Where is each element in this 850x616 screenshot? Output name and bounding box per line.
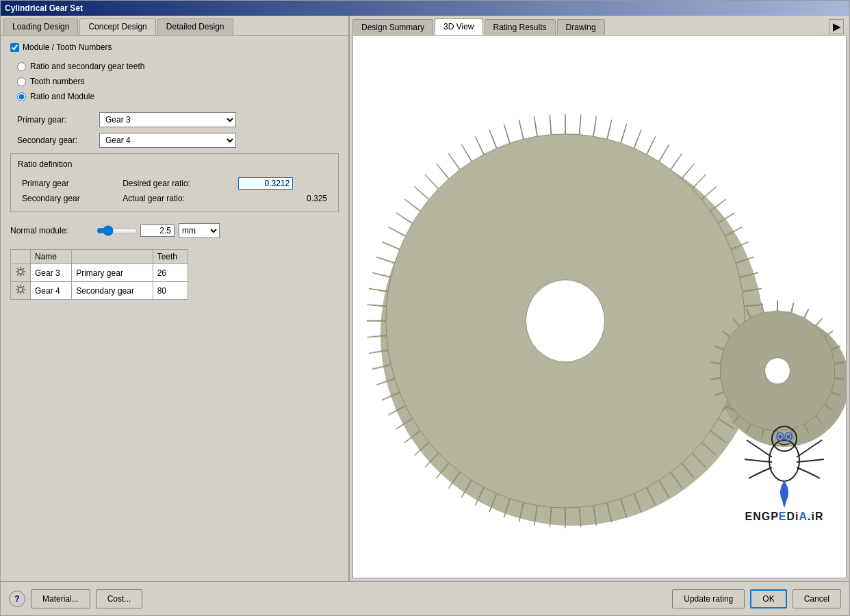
gear-canvas [353, 36, 846, 578]
gear-icon-2 [15, 284, 26, 295]
actual-ratio-label: Actual gear ratio: [120, 192, 234, 205]
actual-ratio-value: 0.325 [235, 192, 330, 205]
slider-container [96, 224, 175, 237]
left-panel: Loading Design Concept Design Detailed D… [1, 16, 350, 581]
main-area: Loading Design Concept Design Detailed D… [1, 16, 849, 581]
radio-ratio-secondary-label: Ratio and secondary gear teeth [30, 62, 144, 71]
left-tabs-bar: Loading Design Concept Design Detailed D… [1, 16, 348, 35]
secondary-gear-label: Secondary gear: [17, 136, 99, 145]
svg-line-17 [17, 292, 18, 293]
tab-design-summary[interactable]: Design Summary [352, 19, 433, 35]
tab-loading-design[interactable]: Loading Design [3, 18, 78, 35]
unit-select[interactable]: mm in [179, 223, 220, 238]
normal-module-label: Normal module: [10, 226, 92, 235]
radio-ratio-secondary-input[interactable] [17, 62, 26, 71]
ratio-col1-secondary: Secondary gear [19, 192, 118, 205]
ratio-definition-section: Ratio definition Primary gear Desired ge… [10, 153, 339, 212]
radio-ratio-module: Ratio and Module [17, 92, 339, 101]
radio-ratio-secondary: Ratio and secondary gear teeth [17, 62, 339, 71]
gear-table-header-name: Name [31, 250, 72, 264]
right-panel: Design Summary 3D View Rating Results Dr… [350, 16, 849, 581]
gear-icon-cell-2 [11, 282, 31, 300]
gear-table-header-teeth: Teeth [153, 250, 188, 264]
tab-3d-view[interactable]: 3D View [435, 18, 482, 35]
svg-line-6 [23, 274, 24, 275]
main-window: Cylindrical Gear Set Loading Design Conc… [0, 0, 850, 616]
bottom-bar: ? Material... Cost... Update rating OK C… [1, 581, 849, 615]
right-tabs-bar: Design Summary 3D View Rating Results Dr… [350, 16, 849, 35]
radio-group: Ratio and secondary gear teeth Tooth num… [17, 62, 339, 101]
radio-tooth-numbers-label: Tooth numbers [30, 77, 84, 86]
gear-icon-cell-1 [11, 264, 31, 282]
tab-concept-design[interactable]: Concept Design [79, 18, 155, 35]
gear-table-header-icon [11, 250, 31, 264]
module-tooth-checkbox[interactable] [10, 43, 19, 52]
svg-line-5 [17, 268, 18, 270]
expand-icon: ▶ [833, 21, 840, 32]
ratio-table: Primary gear Desired gear ratio: Seconda… [18, 175, 331, 206]
gear-table-name-2: Gear 4 [31, 282, 72, 300]
ratio-section-title: Ratio definition [18, 159, 331, 169]
gear-table-teeth-1: 26 [153, 264, 188, 282]
table-row: Gear 4 Secondary gear 80 [11, 282, 188, 300]
primary-gear-select[interactable]: Gear 1 Gear 2 Gear 3 Gear 4 [99, 112, 236, 127]
radio-ratio-module-label: Ratio and Module [30, 92, 94, 101]
radio-tooth-numbers-input[interactable] [17, 77, 26, 86]
tab-drawing[interactable]: Drawing [557, 19, 605, 35]
cost-button[interactable]: Cost... [96, 589, 143, 608]
module-value-input[interactable] [140, 224, 175, 237]
svg-line-8 [17, 274, 18, 275]
desired-ratio-label: Desired gear ratio: [120, 176, 234, 191]
svg-line-16 [23, 286, 24, 287]
normal-module-row: Normal module: mm in [10, 223, 339, 238]
radio-tooth-numbers: Tooth numbers [17, 77, 339, 86]
table-row: Gear 3 Primary gear 26 [11, 264, 188, 282]
desired-ratio-input[interactable] [238, 177, 293, 190]
module-tooth-label: Module / Tooth Numbers [23, 42, 112, 52]
gear-table-role-2: Secondary gear [72, 282, 153, 300]
update-rating-button[interactable]: Update rating [672, 589, 745, 608]
tab-detailed-design[interactable]: Detailed Design [157, 18, 233, 35]
expand-button[interactable]: ▶ [829, 19, 844, 34]
svg-line-14 [17, 286, 18, 287]
ratio-col1-primary: Primary gear [19, 176, 118, 191]
concept-design-panel: Module / Tooth Numbers Ratio and seconda… [1, 35, 348, 581]
radio-ratio-module-input[interactable] [17, 92, 26, 101]
module-tooth-checkbox-row: Module / Tooth Numbers [10, 42, 339, 52]
material-button[interactable]: Material... [31, 589, 90, 608]
gear-table-name-1: Gear 3 [31, 264, 72, 282]
ratio-row-primary: Primary gear Desired gear ratio: [19, 176, 330, 191]
ratio-row-secondary: Secondary gear Actual gear ratio: 0.325 [19, 192, 330, 205]
gear-icon-1 [15, 266, 26, 277]
tab-rating-results[interactable]: Rating Results [485, 19, 556, 35]
svg-line-15 [23, 292, 24, 293]
window-title: Cylindrical Gear Set [5, 3, 83, 13]
svg-line-7 [23, 268, 24, 270]
gear-table-role-1: Primary gear [72, 264, 153, 282]
secondary-gear-select[interactable]: Gear 1 Gear 2 Gear 3 Gear 4 [99, 133, 236, 148]
cancel-button[interactable]: Cancel [793, 589, 841, 608]
gear-table: Name Teeth [10, 249, 188, 300]
svg-point-9 [18, 287, 23, 292]
help-button[interactable]: ? [9, 591, 25, 607]
module-slider[interactable] [96, 225, 138, 236]
secondary-gear-row: Secondary gear: Gear 1 Gear 2 Gear 3 Gea… [17, 133, 339, 148]
primary-gear-label: Primary gear: [17, 115, 99, 125]
gear-table-teeth-2: 80 [153, 282, 188, 300]
3d-view-area: // This won't execute in SVG context, te… [352, 35, 847, 578]
gear-table-header-role [72, 250, 153, 264]
primary-gear-row: Primary gear: Gear 1 Gear 2 Gear 3 Gear … [17, 112, 339, 127]
title-bar: Cylindrical Gear Set [1, 1, 849, 16]
ok-button[interactable]: OK [750, 589, 786, 608]
svg-point-0 [18, 270, 23, 274]
